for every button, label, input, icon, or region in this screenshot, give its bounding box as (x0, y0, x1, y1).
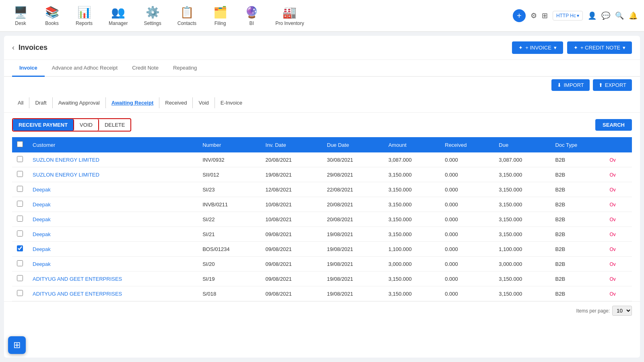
nav-settings[interactable]: ⚙️ Settings (137, 2, 167, 29)
credit-note-button[interactable]: ✦ + CREDIT NOTE ▾ (567, 41, 632, 54)
table-row: ADITYUG AND GEET ENTERPRISES S/018 09/08… (12, 286, 632, 301)
tab-repeating[interactable]: Repeating (166, 60, 204, 77)
grid-icon-btn[interactable]: ⊞ (542, 11, 548, 20)
row-checkbox-0[interactable] (17, 156, 23, 162)
row-checkbox-8[interactable] (17, 275, 23, 281)
nav-manager[interactable]: 👥 Manager (102, 2, 134, 29)
status-badge: Ov (610, 202, 616, 208)
items-per-page-label: Items per page: 10 25 50 (576, 306, 632, 316)
row-checkbox-cell (12, 257, 28, 272)
header-doc-type: Doc Type (551, 137, 605, 152)
row-checkbox-1[interactable] (17, 171, 23, 177)
customer-link-8[interactable]: ADITYUG AND GEET ENTERPRISES (33, 276, 122, 282)
row-amount: 1,100.000 (384, 242, 440, 257)
desk-icon: 🖥️ (14, 6, 28, 19)
nav-settings-label: Settings (144, 21, 161, 26)
row-checkbox-2[interactable] (17, 186, 23, 192)
void-button[interactable]: VOID (74, 119, 99, 131)
row-checkbox-4[interactable] (17, 216, 23, 222)
row-inv-date: 10/08/2021 (261, 212, 322, 227)
row-inv-date: 09/08/2021 (261, 257, 322, 272)
bi-icon: 🔮 (245, 6, 259, 19)
tab-credit-note[interactable]: Credit Note (125, 60, 166, 77)
customer-link-9[interactable]: ADITYUG AND GEET ENTERPRISES (33, 291, 122, 297)
search-button[interactable]: SEARCH (595, 119, 632, 131)
plus-icon: ✦ (574, 45, 578, 51)
row-status: Ov (605, 212, 632, 227)
select-all-checkbox[interactable] (17, 141, 23, 147)
search-icon-btn[interactable]: 🔍 (615, 11, 624, 20)
customer-link-1[interactable]: SUZLON ENERGY LIMITED (33, 172, 99, 178)
customer-link-7[interactable]: Deepak (33, 261, 51, 267)
items-per-page-select[interactable]: 10 25 50 (612, 306, 632, 316)
header-number: Number (198, 137, 260, 152)
header-checkbox-cell (12, 137, 28, 152)
row-checkbox-6[interactable] (17, 245, 23, 251)
page-header: ‹ Invoices ✦ + INVOICE ▾ ✦ + CREDIT NOTE… (4, 36, 640, 60)
notification-icon-btn[interactable]: 🔔 (629, 11, 638, 20)
row-doc-type: B2B (551, 167, 605, 182)
customer-link-0[interactable]: SUZLON ENERGY LIMITED (33, 157, 99, 163)
row-received: 0.000 (440, 272, 494, 286)
nav-contacts[interactable]: 📋 Contacts (171, 2, 203, 29)
filter-received[interactable]: Received (159, 97, 193, 108)
nav-manager-label: Manager (109, 21, 128, 26)
nav-bi[interactable]: 🔮 BI (237, 2, 266, 29)
row-checkbox-9[interactable] (17, 290, 23, 296)
page-header-right: ✦ + INVOICE ▾ ✦ + CREDIT NOTE ▾ (512, 41, 632, 54)
delete-button[interactable]: DELETE (99, 119, 131, 131)
row-doc-type: B2B (551, 242, 605, 257)
add-new-button[interactable]: + (513, 9, 526, 22)
row-checkbox-3[interactable] (17, 201, 23, 207)
float-grid-button[interactable]: ⊞ (8, 336, 26, 354)
row-due: 3,000.000 (494, 257, 550, 272)
filter-void[interactable]: Void (193, 97, 215, 108)
nav-pro-inventory[interactable]: 🏭 Pro Inventory (269, 2, 310, 29)
status-badge: Ov (610, 157, 616, 163)
back-button[interactable]: ‹ (12, 43, 14, 52)
gear-icon-btn[interactable]: ⚙ (530, 11, 537, 20)
nav-books[interactable]: 📚 Books (38, 2, 66, 29)
table-header-row: Customer Number Inv. Date Due Date Amoun… (12, 137, 632, 152)
nav-desk[interactable]: 🖥️ Desk (6, 2, 35, 29)
customer-link-4[interactable]: Deepak (33, 216, 51, 222)
customer-link-6[interactable]: Deepak (33, 246, 51, 252)
invoice-button[interactable]: ✦ + INVOICE ▾ (512, 41, 563, 54)
row-checkbox-7[interactable] (17, 260, 23, 266)
row-due: 3,150.000 (494, 272, 550, 286)
row-inv-date: 09/08/2021 (261, 227, 322, 242)
row-customer: ADITYUG AND GEET ENTERPRISES (28, 286, 198, 301)
nav-desk-label: Desk (15, 21, 26, 26)
nav-filing[interactable]: 🗂️ Filing (206, 2, 234, 29)
row-due-date: 20/08/2021 (322, 212, 384, 227)
status-badge: Ov (610, 276, 616, 282)
filter-awaiting-receipt[interactable]: Awaiting Receipt (106, 97, 160, 108)
import-button[interactable]: ⬇ IMPORT (551, 79, 589, 91)
customer-link-5[interactable]: Deepak (33, 231, 51, 237)
table-body: SUZLON ENERGY LIMITED INV/0932 20/08/202… (12, 152, 632, 301)
row-checkbox-5[interactable] (17, 230, 23, 237)
tab-advance[interactable]: Advance and Adhoc Receipt (45, 60, 125, 77)
nav-filing-label: Filing (215, 21, 226, 26)
customer-link-3[interactable]: Deepak (33, 202, 51, 208)
export-button[interactable]: ⬆ EXPORT (593, 79, 632, 91)
http-label[interactable]: HTTP Hc ▾ (553, 11, 583, 21)
filter-all[interactable]: All (12, 97, 29, 108)
row-amount: 3,150.000 (384, 227, 440, 242)
receive-payment-button[interactable]: RECEIVE PAYMENT (13, 119, 74, 131)
nav-books-label: Books (45, 21, 58, 26)
row-checkbox-cell (12, 272, 28, 286)
filter-e-invoice[interactable]: E-Invoice (215, 97, 248, 108)
row-due: 3,150.000 (494, 227, 550, 242)
chat-icon-btn[interactable]: 💬 (601, 11, 610, 20)
nav-reports[interactable]: 📊 Reports (69, 2, 99, 29)
row-due: 3,087.000 (494, 152, 550, 167)
customer-link-2[interactable]: Deepak (33, 187, 51, 193)
tab-invoice[interactable]: Invoice (12, 60, 45, 77)
filter-awaiting-approval[interactable]: Awaiting Approval (53, 97, 106, 108)
table-row: ADITYUG AND GEET ENTERPRISES SI/19 09/08… (12, 272, 632, 286)
filing-icon: 🗂️ (213, 6, 227, 19)
filter-draft[interactable]: Draft (29, 97, 52, 108)
user-icon-btn[interactable]: 👤 (588, 11, 597, 20)
header-inv-date: Inv. Date (261, 137, 322, 152)
